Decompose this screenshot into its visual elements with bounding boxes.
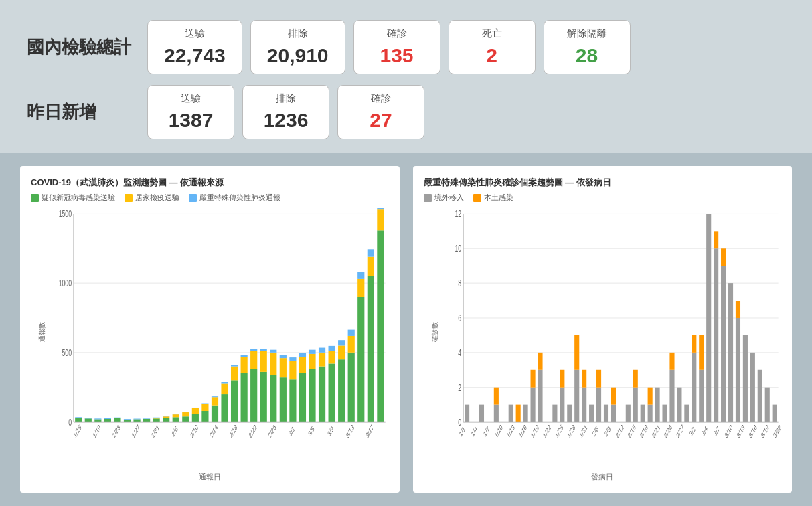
legend-item: 疑似新冠病毒感染送驗 <box>31 193 115 203</box>
legend-item: 居家檢疫送驗 <box>125 193 179 203</box>
svg-text:4: 4 <box>458 347 461 358</box>
svg-rect-39 <box>182 416 189 422</box>
svg-rect-129 <box>479 405 483 422</box>
svg-rect-44 <box>192 408 199 408</box>
svg-rect-18 <box>114 418 120 422</box>
svg-rect-74 <box>280 377 287 422</box>
svg-rect-93 <box>329 346 335 351</box>
svg-rect-164 <box>684 405 689 422</box>
svg-rect-142 <box>567 405 572 422</box>
svg-rect-22 <box>124 419 131 420</box>
svg-text:3/17: 3/17 <box>365 422 375 440</box>
svg-rect-139 <box>552 405 557 422</box>
svg-rect-169 <box>706 214 711 422</box>
svg-rect-157 <box>647 405 652 422</box>
svg-rect-137 <box>538 370 542 422</box>
svg-rect-34 <box>163 416 169 417</box>
svg-rect-14 <box>94 418 101 419</box>
svg-text:1/4: 1/4 <box>470 424 478 438</box>
svg-text:1/16: 1/16 <box>517 422 527 440</box>
svg-rect-161 <box>669 370 674 422</box>
chart2-title: 嚴重特殊傳染性肺炎確診個案趨勢圖 — 依發病日 <box>424 177 782 189</box>
stat-card: 解除隔離 28 <box>544 20 631 74</box>
svg-rect-91 <box>329 363 335 422</box>
svg-text:2/18: 2/18 <box>228 422 238 440</box>
chart2-container: 嚴重特殊傳染性肺炎確診個案趨勢圖 — 依發病日 境外移入 本土感染 確診數 02… <box>413 166 793 493</box>
svg-rect-24 <box>133 419 140 420</box>
svg-rect-51 <box>212 396 218 397</box>
svg-text:3/4: 3/4 <box>700 424 708 438</box>
stat-card: 確診 27 <box>337 85 424 139</box>
chart1-xlabel: 通報日 <box>31 472 389 482</box>
svg-rect-88 <box>319 367 325 422</box>
svg-rect-167 <box>699 370 704 422</box>
svg-rect-165 <box>692 353 696 422</box>
svg-text:2/12: 2/12 <box>615 422 625 440</box>
svg-text:2/6: 2/6 <box>591 424 599 438</box>
svg-rect-86 <box>309 350 315 354</box>
svg-rect-77 <box>289 379 296 422</box>
svg-text:3/5: 3/5 <box>307 424 315 438</box>
svg-rect-151 <box>611 405 615 422</box>
svg-text:3/7: 3/7 <box>712 424 720 438</box>
svg-rect-69 <box>260 349 267 351</box>
svg-rect-60 <box>241 373 248 422</box>
svg-rect-17 <box>104 418 111 419</box>
svg-rect-128 <box>465 405 469 422</box>
svg-rect-37 <box>173 414 179 415</box>
svg-rect-47 <box>201 404 208 411</box>
svg-rect-58 <box>231 365 238 367</box>
svg-rect-111 <box>377 208 384 209</box>
svg-rect-174 <box>728 283 732 422</box>
svg-rect-57 <box>231 367 238 381</box>
svg-rect-68 <box>260 351 267 372</box>
svg-text:10: 10 <box>455 243 461 254</box>
svg-text:500: 500 <box>62 347 72 358</box>
stat-card: 排除 20,910 <box>250 20 345 74</box>
chart1-title: COVID-19（武漢肺炎）監測趨勢圖 — 依通報來源 <box>31 177 389 189</box>
svg-rect-46 <box>201 411 208 422</box>
svg-text:3/9: 3/9 <box>327 424 335 438</box>
svg-rect-98 <box>348 353 355 422</box>
svg-text:1/28: 1/28 <box>566 422 576 440</box>
svg-text:1/31: 1/31 <box>150 422 160 440</box>
svg-rect-105 <box>368 276 374 422</box>
svg-text:6: 6 <box>458 313 461 324</box>
svg-rect-72 <box>270 350 276 353</box>
svg-rect-63 <box>250 369 257 422</box>
svg-rect-30 <box>153 418 160 418</box>
svg-rect-33 <box>163 416 169 418</box>
legend-item: 嚴重特殊傳染性肺炎通報 <box>189 193 280 203</box>
svg-text:8: 8 <box>458 278 461 289</box>
svg-rect-156 <box>640 405 645 422</box>
svg-rect-70 <box>270 375 276 422</box>
svg-rect-154 <box>633 388 637 422</box>
svg-rect-155 <box>633 370 637 388</box>
svg-rect-166 <box>692 335 696 353</box>
svg-rect-180 <box>764 388 769 422</box>
svg-text:1/7: 1/7 <box>482 424 490 438</box>
svg-rect-152 <box>611 388 615 405</box>
svg-text:1/25: 1/25 <box>554 422 564 440</box>
svg-text:1/10: 1/10 <box>493 422 503 440</box>
svg-rect-163 <box>677 388 681 422</box>
svg-rect-175 <box>735 318 740 422</box>
svg-rect-110 <box>377 209 384 230</box>
stat-card: 確診 135 <box>353 20 440 74</box>
legend-item: 本土感染 <box>473 193 513 203</box>
svg-text:1500: 1500 <box>59 208 72 220</box>
svg-text:3/10: 3/10 <box>724 422 734 440</box>
stat-card: 死亡 2 <box>449 20 536 74</box>
chart1-ylabel: 通報數 <box>37 322 47 342</box>
svg-rect-43 <box>192 408 199 414</box>
svg-rect-9 <box>75 417 82 418</box>
svg-rect-104 <box>357 272 364 279</box>
svg-rect-162 <box>669 353 674 370</box>
svg-rect-106 <box>368 257 374 276</box>
svg-rect-49 <box>212 406 218 422</box>
svg-rect-107 <box>368 249 374 256</box>
chart2-legend: 境外移入 本土感染 <box>424 193 782 203</box>
svg-rect-103 <box>357 279 364 297</box>
svg-rect-64 <box>250 351 257 369</box>
svg-rect-83 <box>299 353 306 357</box>
